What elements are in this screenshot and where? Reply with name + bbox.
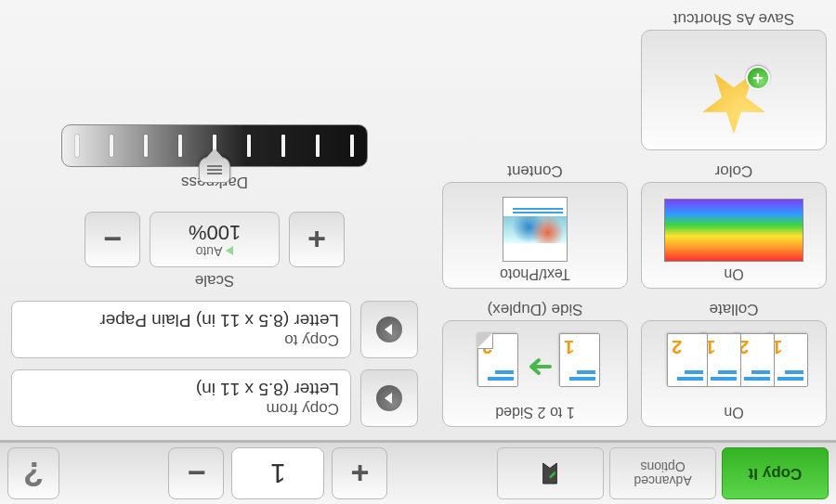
collate-value: On (724, 404, 743, 420)
scale-value-box[interactable]: Auto 100% (150, 212, 280, 267)
top-toolbar: Copy It Advanced Options + 1 − ? (0, 440, 836, 504)
copy-screen: Copy It Advanced Options + 1 − ? On (0, 0, 836, 504)
star-add-icon: + (692, 60, 776, 144)
side-duplex-tile[interactable]: 1 to 2 Sided 1 2 (442, 320, 628, 427)
scale-value: 100% (189, 221, 241, 243)
collate-tile[interactable]: On 1 2 1 2 (641, 320, 827, 427)
copies-decrement-button[interactable]: − (169, 447, 225, 499)
settings-column: Copy from Letter (8.5 x 11 in) Copy to L… (11, 9, 418, 427)
plus-badge-icon: + (746, 66, 770, 90)
scale-group: Scale + Auto 100% − (85, 212, 345, 290)
scale-decrement-button[interactable]: − (85, 212, 140, 267)
copy-to-value: Letter (8.5 x 11 in) Plain Paper (23, 310, 339, 330)
auto-arrow-icon (226, 246, 233, 255)
darkness-slider[interactable] (61, 124, 368, 167)
scale-increment-button[interactable]: + (289, 212, 345, 267)
options-column: On 1 2 1 2 Collate 1 to 2 Sided (427, 9, 827, 427)
shortcut-caption: Save As Shortcut (673, 9, 794, 28)
copy-to-label: Copy to (23, 330, 339, 349)
color-caption: Color (715, 162, 753, 180)
advanced-options-line1: Advanced (634, 473, 691, 487)
copy-to-field[interactable]: Copy to Letter (8.5 x 11 in) Plain Paper (11, 301, 351, 358)
copy-it-button[interactable]: Copy It (722, 447, 829, 499)
color-tile[interactable]: On (641, 182, 827, 289)
darkness-handle[interactable] (199, 157, 230, 183)
scale-auto-label: Auto (196, 243, 223, 257)
color-spectrum-icon (664, 199, 803, 262)
content-value: Text/Photo (500, 265, 570, 282)
duplex-icon: 1 2 (477, 333, 593, 400)
copies-value[interactable]: 1 (232, 447, 325, 499)
text-photo-icon (503, 197, 568, 262)
copy-from-field[interactable]: Copy from Letter (8.5 x 11 in) (11, 369, 351, 427)
main-body: On 1 2 1 2 Collate 1 to 2 Sided (0, 0, 836, 440)
color-value: On (724, 265, 743, 282)
copy-from-label: Copy from (23, 399, 339, 418)
save-bookmark-button[interactable] (497, 447, 604, 499)
collate-icon: 1 2 1 2 (667, 333, 801, 400)
content-caption: Content (507, 162, 563, 180)
arrow-circle-icon (376, 317, 402, 342)
copies-increment-button[interactable]: + (333, 447, 388, 499)
advanced-options-button[interactable]: Advanced Options (609, 447, 716, 499)
copy-to-select-button[interactable] (360, 301, 418, 358)
arrow-right-icon (526, 357, 552, 376)
copies-stepper: + 1 − (169, 447, 388, 499)
side-caption: Side (Duplex) (488, 300, 583, 318)
advanced-options-line2: Options (640, 459, 685, 473)
save-as-shortcut-tile[interactable]: + (641, 30, 827, 150)
scale-caption: Scale (195, 271, 235, 290)
collate-caption: Collate (710, 300, 759, 318)
copy-from-value: Letter (8.5 x 11 in) (23, 379, 339, 399)
side-value: 1 to 2 Sided (495, 404, 574, 420)
copy-from-select-button[interactable] (360, 369, 418, 427)
bookmark-icon (541, 461, 561, 485)
content-tile[interactable]: Text/Photo (442, 182, 628, 289)
darkness-group: Darkness (61, 124, 368, 191)
help-button[interactable]: ? (7, 447, 59, 499)
arrow-circle-icon (376, 385, 402, 411)
